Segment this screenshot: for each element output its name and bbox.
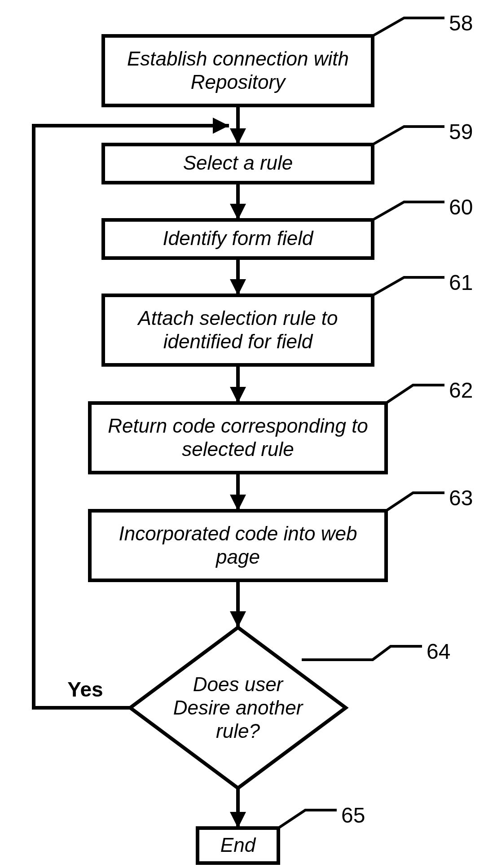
callout-58 [373, 18, 444, 36]
callout-65 [278, 810, 337, 828]
arrow-59-60-head [230, 204, 246, 220]
edge-label-yes: Yes [67, 678, 103, 701]
node-64-line3: rule? [216, 720, 260, 742]
label-65: 65 [341, 803, 365, 827]
label-64: 64 [427, 640, 450, 663]
callout-63 [386, 493, 444, 511]
label-59: 59 [449, 120, 473, 144]
label-61: 61 [449, 271, 473, 294]
node-59-line1: Select a rule [183, 152, 293, 174]
callout-60 [373, 202, 444, 220]
node-63-line1: Incorporated code into web [119, 522, 357, 544]
arrow-58-59-head [230, 128, 246, 145]
node-65-line1: End [220, 834, 256, 856]
callout-64 [302, 646, 422, 660]
node-58-line2: Repository [191, 71, 286, 93]
node-64-line2: Desire another [173, 697, 304, 719]
node-62-line1: Return code corresponding to [108, 415, 368, 437]
node-61-line2: identified for field [163, 330, 313, 352]
arrow-63-64-head [230, 611, 246, 627]
label-63: 63 [449, 486, 473, 510]
node-61-line1: Attach selection rule to [136, 307, 338, 329]
callout-61 [373, 277, 444, 295]
node-64-line1: Does user [193, 673, 284, 695]
label-60: 60 [449, 195, 473, 219]
arrow-61-62-head [230, 387, 246, 403]
label-62: 62 [449, 378, 473, 402]
node-60-line1: Identify form field [163, 227, 314, 249]
arrow-64-59-yes-head [213, 118, 229, 134]
arrow-62-63-head [230, 495, 246, 511]
callout-59 [373, 127, 444, 145]
callout-62 [386, 385, 444, 403]
flowchart-diagram: Yes Establish connection with Repository… [0, 0, 497, 868]
node-58-line1: Establish connection with [127, 48, 349, 70]
node-63-line2: page [215, 546, 260, 568]
arrow-64-65-head [230, 812, 246, 828]
node-62-line2: selected rule [182, 438, 294, 460]
arrow-60-61-head [230, 279, 246, 295]
label-58: 58 [449, 11, 473, 35]
